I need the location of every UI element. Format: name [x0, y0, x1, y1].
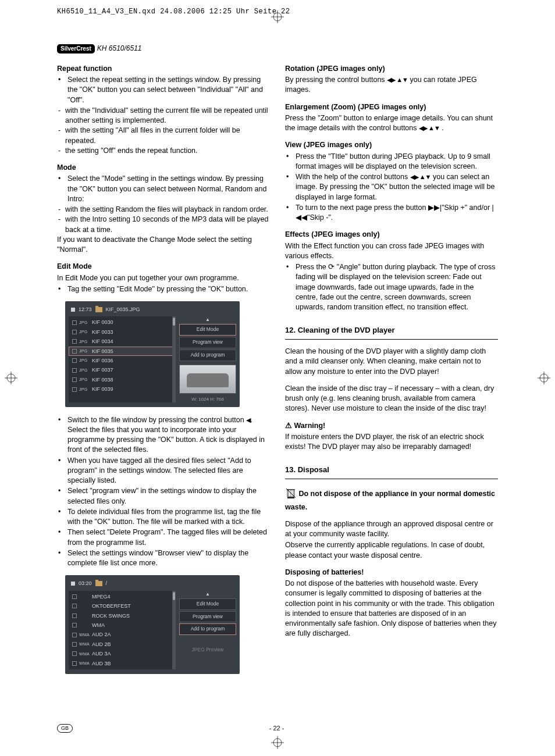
checkbox-icon — [72, 594, 77, 599]
file-name: KIF 0034 — [92, 338, 113, 345]
file-name: KIF 0035 — [92, 348, 113, 355]
program-view-button: Program view — [179, 337, 236, 348]
list-item: Switch to the file window by pressing th… — [65, 415, 270, 455]
counter: 12:73 — [79, 306, 92, 313]
section-heading-cleaning: 12. Cleaning of the DVD player — [285, 325, 498, 340]
language-badge: GB — [57, 724, 73, 732]
list-item: with the setting Random the files will p… — [57, 205, 270, 215]
body-text: Clean the inside of the disc tray – if n… — [285, 384, 498, 414]
list-item: Press the ⟳ "Angle" button during playba… — [293, 262, 498, 312]
page-number: - 22 - — [269, 724, 284, 733]
warning-icon: ⚠ — [285, 422, 292, 430]
file-row: JPGKIF 0034 — [69, 337, 176, 346]
file-row: WMA — [69, 621, 176, 630]
svg-rect-18 — [287, 497, 294, 498]
file-name: AUD 2B — [92, 641, 111, 648]
heading-effects: Effects (JPEG images only) — [285, 230, 498, 240]
body-text: In Edit Mode you can put together your o… — [57, 273, 270, 283]
brand-badge: SilverCrest — [57, 44, 95, 54]
file-list: MPEG4OKTOBERFESTROCK SWINGSWMAWMAAUD 2AW… — [69, 591, 176, 669]
file-name: KIF 0038 — [92, 376, 113, 383]
current-file: / — [106, 580, 108, 587]
checkbox-icon — [72, 387, 77, 392]
checkbox-icon — [72, 330, 77, 334]
program-view-button: Program view — [179, 611, 236, 623]
checkbox-icon — [72, 358, 77, 363]
list-item: With the help of the control buttons ◀▶ … — [293, 172, 498, 202]
list-item: To turn to the next page press the butto… — [293, 203, 498, 223]
file-type-tag: WMA — [79, 641, 90, 647]
file-type-tag: WMA — [79, 632, 90, 638]
checkbox-icon — [72, 614, 77, 618]
checkbox-icon — [72, 349, 77, 354]
file-type-tag: WMA — [79, 651, 90, 657]
preview-thumbnail — [179, 365, 236, 394]
registration-mark-icon — [5, 372, 17, 384]
section-heading-disposal: 13. Disposal — [285, 465, 498, 479]
body-text: If you want to deactivate the Change Mod… — [57, 235, 270, 255]
file-type-tag: JPG — [79, 329, 90, 335]
file-name: AUD 2A — [92, 631, 111, 638]
list-item: Select the repeat setting in the setting… — [65, 75, 270, 105]
file-type-tag: JPG — [79, 377, 90, 383]
edit-mode-button: Edit Mode — [179, 324, 236, 336]
file-type-tag: JPG — [79, 358, 90, 363]
file-row: JPGKIF 0033 — [69, 327, 176, 337]
checkbox-icon — [72, 642, 77, 647]
chevron-up-icon: ▲ — [179, 316, 236, 323]
checkbox-icon — [72, 604, 77, 608]
file-type-tag: JPG — [79, 320, 90, 326]
file-row: WMAAUD 2A — [69, 630, 176, 639]
file-name: OKTOBERFEST — [92, 602, 131, 609]
no-bin-icon — [285, 493, 297, 501]
file-type-tag: WMA — [79, 661, 90, 666]
stop-icon — [71, 582, 75, 586]
header-model: SilverCrestKH 6510/6511 — [57, 44, 498, 54]
crop-header: KH6510_11_A4_V3_EN.qxd 24.08.2006 12:25 … — [57, 7, 290, 17]
file-type-tag: JPG — [79, 339, 90, 345]
file-name: KIF 0033 — [92, 329, 113, 336]
registration-mark-icon — [271, 736, 284, 749]
list-item: Then select "Delete Program". The tagged… — [65, 527, 270, 548]
file-browser-screenshot: 12:73 KIF_0035.JPG JPGKIF 0030JPGKIF 003… — [65, 301, 240, 407]
heading-view: View (JPEG images only) — [285, 140, 498, 150]
list-item: with the Intro setting 10 seconds of the… — [57, 215, 270, 235]
checkbox-icon — [72, 368, 77, 373]
file-list: JPGKIF 0030JPGKIF 0033JPGKIF 0034JPGKIF … — [69, 316, 176, 402]
checkbox-icon — [72, 661, 77, 666]
checkbox-icon — [72, 651, 77, 656]
arrow-keys-icon: ◀▶ ▲▼ — [419, 124, 440, 131]
add-to-program-button: Add to program — [179, 623, 236, 635]
file-row: ROCK SWINGS — [69, 611, 176, 621]
file-row: JPGKIF 0038 — [69, 375, 176, 384]
heading-mode: Mode — [57, 163, 270, 173]
stop-icon — [71, 308, 75, 312]
file-row: WMAAUD 2B — [69, 640, 176, 649]
file-row: JPGKIF 0037 — [69, 365, 176, 375]
body-text: Observe the currently applicable regulat… — [285, 540, 498, 561]
scrollbar — [172, 316, 176, 402]
arrow-keys-icon: ◀▶ ▲▼ — [410, 173, 431, 180]
list-item: Tag the setting "Edit Mode" by pressing … — [65, 284, 270, 294]
list-item: Select the settings window "Browser view… — [65, 548, 270, 569]
file-name: KIF 0030 — [92, 319, 113, 326]
list-item: Select the "Mode" setting in the setting… — [65, 174, 270, 204]
checkbox-icon — [72, 633, 77, 637]
arrow-keys-icon: ◀▶ ▲▼ — [387, 76, 408, 83]
file-type-tag: JPG — [79, 348, 90, 354]
left-column: Repeat function Select the repeat settin… — [57, 64, 270, 715]
right-column: Rotation (JPEG images only) By pressing … — [285, 64, 498, 715]
checkbox-icon — [72, 377, 77, 382]
file-name: ROCK SWINGS — [92, 612, 130, 619]
heading-batteries: Disposing of batteries! — [285, 568, 498, 577]
image-dimensions: W: 1024 H: 768 — [179, 396, 236, 402]
file-browser-screenshot: 03:20 / MPEG4OKTOBERFESTROCK SWINGSWMAWM… — [65, 575, 240, 674]
registration-mark-icon — [271, 10, 284, 23]
angle-icon: ⟳ — [328, 263, 335, 271]
body-text: By pressing the control buttons ◀▶ ▲▼ yo… — [285, 75, 498, 95]
list-item: the setting "Off" ends the repeat functi… — [57, 146, 270, 156]
counter: 03:20 — [79, 580, 92, 587]
heading-rotation: Rotation (JPEG images only) — [285, 64, 498, 74]
body-text: Do not dispose of the batteries with hou… — [285, 579, 498, 639]
list-item: To delete individual files from the prog… — [65, 507, 270, 527]
